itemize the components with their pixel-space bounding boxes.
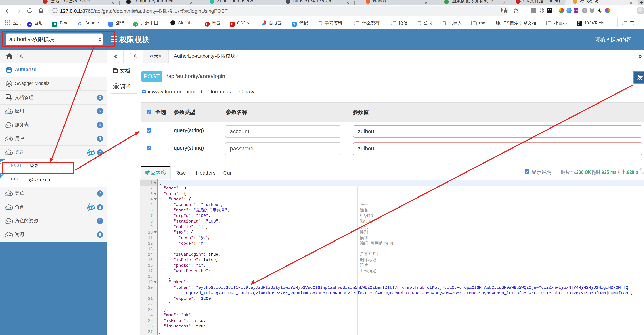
svg-text:文: 文 [504,10,507,13]
svg-text:API: API [7,193,11,195]
svg-text:API: API [7,152,11,154]
svg-text:API: API [7,234,11,236]
svg-text:A: A [8,81,10,83]
svg-text:API: API [7,124,11,127]
svg-text:API: API [7,220,11,223]
svg-text:API: API [7,110,11,113]
svg-text:g: g [499,22,500,24]
svg-text:API: API [7,207,11,209]
svg-text:API: API [7,138,11,140]
